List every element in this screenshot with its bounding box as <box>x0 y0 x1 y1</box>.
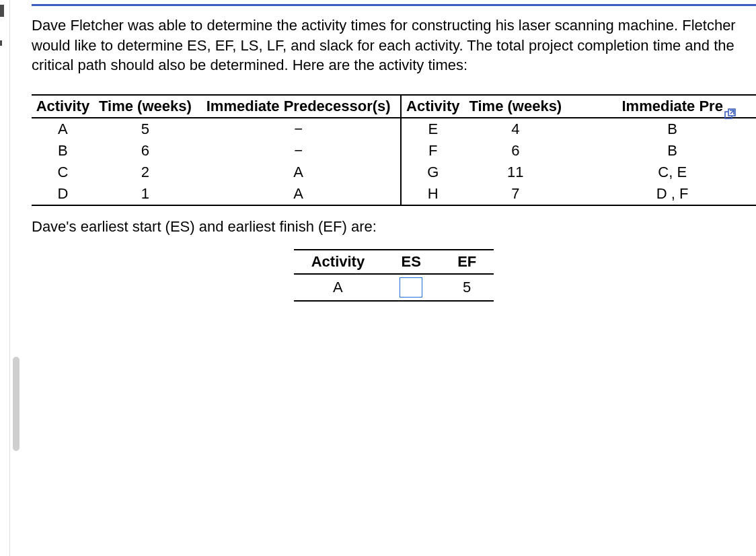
content-area: Dave Fletcher was able to determine the … <box>32 0 756 302</box>
table-row: A 5 − E 4 B <box>32 118 756 140</box>
answer-row: A 5 <box>294 274 494 301</box>
cell: 5 <box>94 118 196 140</box>
answer-table: Activity ES EF A 5 <box>294 249 494 302</box>
left-gutter <box>0 0 10 556</box>
problem-statement: Dave Fletcher was able to determine the … <box>32 6 756 75</box>
cell: B <box>32 140 94 162</box>
table-row: D 1 A H 7 D , F <box>32 183 756 205</box>
ans-col-activity: Activity <box>294 250 382 274</box>
left-marker-small <box>0 40 2 46</box>
col-activity-left: Activity <box>32 95 94 118</box>
ans-col-ef: EF <box>440 250 494 274</box>
cell: 6 <box>94 140 196 162</box>
activity-table: Activity Time (weeks) Immediate Predeces… <box>32 94 756 206</box>
ans-activity: A <box>294 274 382 301</box>
cell: B <box>566 118 756 140</box>
cell: − <box>196 118 401 140</box>
popout-icon[interactable] <box>724 108 737 121</box>
cell: E <box>401 118 464 140</box>
cell: A <box>196 162 401 183</box>
cell: D , F <box>566 183 756 205</box>
ans-ef: 5 <box>440 274 494 301</box>
cell: 2 <box>94 162 196 183</box>
cell: − <box>196 140 401 162</box>
table-row: C 2 A G 11 C, E <box>32 162 756 183</box>
col-pred-left: Immediate Predecessor(s) <box>196 95 401 118</box>
cell: 1 <box>94 183 196 205</box>
cell: D <box>32 183 94 205</box>
es-input[interactable] <box>400 277 422 298</box>
table-row: B 6 − F 6 B <box>32 140 756 162</box>
cell: G <box>401 162 464 183</box>
ans-es-cell <box>382 274 440 301</box>
cell: C, E <box>566 162 756 183</box>
cell: 7 <box>464 183 566 205</box>
col-time-right: Time (weeks) <box>464 95 566 118</box>
sub-question: Dave's earliest start (ES) and earliest … <box>32 218 756 236</box>
cell: B <box>566 140 756 162</box>
accent-divider <box>32 0 756 6</box>
cell: F <box>401 140 464 162</box>
cell: 11 <box>464 162 566 183</box>
scrollbar-thumb[interactable] <box>13 357 20 451</box>
left-marker <box>0 5 4 17</box>
activity-table-wrap: Activity Time (weeks) Immediate Predeces… <box>32 94 756 206</box>
cell: A <box>196 183 401 205</box>
col-activity-right: Activity <box>401 95 464 118</box>
cell: A <box>32 118 94 140</box>
ans-col-es: ES <box>382 250 440 274</box>
cell: H <box>401 183 464 205</box>
cell: 4 <box>464 118 566 140</box>
col-time-left: Time (weeks) <box>94 95 196 118</box>
cell: C <box>32 162 94 183</box>
cell: 6 <box>464 140 566 162</box>
